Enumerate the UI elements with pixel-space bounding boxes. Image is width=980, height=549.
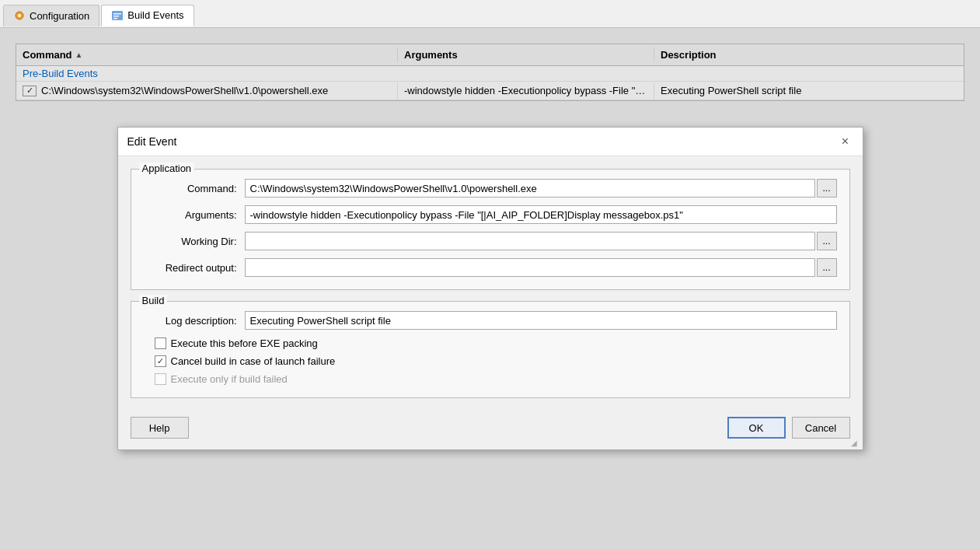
working-dir-label: Working Dir: bbox=[144, 236, 245, 247]
dialog-title: Edit Event bbox=[127, 135, 177, 148]
arguments-label: Arguments: bbox=[144, 209, 245, 221]
execute-only-build-failed-label: Execute only if build failed bbox=[171, 373, 288, 385]
execute-only-build-failed-checkbox[interactable] bbox=[155, 373, 166, 385]
tab-build-events[interactable]: Build Events bbox=[101, 5, 194, 26]
execute-before-packing-label: Execute this before EXE packing bbox=[171, 337, 318, 349]
log-description-label: Log description: bbox=[144, 315, 245, 327]
redirect-output-input[interactable] bbox=[245, 258, 815, 277]
ok-button[interactable]: OK bbox=[727, 417, 786, 439]
execute-only-build-failed-row: Execute only if build failed bbox=[155, 373, 837, 385]
redirect-output-browse-button[interactable]: ... bbox=[817, 258, 837, 277]
resize-handle[interactable]: ◢ bbox=[851, 439, 860, 448]
help-button[interactable]: Help bbox=[131, 417, 189, 439]
command-browse-button[interactable]: ... bbox=[817, 179, 837, 198]
gear-icon bbox=[13, 9, 26, 22]
log-description-input-wrap bbox=[245, 311, 837, 330]
arguments-row: Arguments: bbox=[144, 205, 837, 224]
svg-rect-5 bbox=[113, 18, 117, 19]
redirect-output-row: Redirect output: ... bbox=[144, 258, 837, 277]
svg-point-1 bbox=[18, 14, 21, 17]
working-dir-input[interactable] bbox=[245, 232, 815, 250]
footer-right-buttons: OK Cancel bbox=[727, 417, 850, 439]
cancel-button[interactable]: Cancel bbox=[792, 417, 850, 439]
tab-build-events-label: Build Events bbox=[127, 9, 183, 21]
arguments-input[interactable] bbox=[245, 205, 837, 224]
log-description-row: Log description: bbox=[144, 311, 837, 330]
application-section-label: Application bbox=[139, 163, 195, 174]
edit-event-dialog: Edit Event × Application Command: ... bbox=[117, 127, 863, 450]
build-icon bbox=[111, 9, 124, 22]
execute-before-packing-checkbox[interactable] bbox=[155, 337, 166, 349]
command-label: Command: bbox=[144, 183, 245, 194]
cancel-build-launch-failure-checkbox[interactable] bbox=[155, 355, 166, 367]
log-description-input[interactable] bbox=[245, 311, 837, 330]
build-section-label: Build bbox=[139, 295, 168, 306]
dialog-close-button[interactable]: × bbox=[838, 134, 853, 149]
build-section: Build Log description: Execute this befo… bbox=[131, 301, 850, 398]
working-dir-row: Working Dir: ... bbox=[144, 232, 837, 250]
dialog-body: Application Command: ... Arguments: bbox=[118, 156, 863, 411]
svg-rect-3 bbox=[113, 13, 121, 15]
application-section: Application Command: ... Arguments: bbox=[131, 169, 850, 290]
execute-before-packing-row: Execute this before EXE packing bbox=[155, 337, 837, 349]
arguments-input-wrap bbox=[245, 205, 837, 224]
tab-configuration[interactable]: Configuration bbox=[3, 5, 99, 26]
command-input-wrap: ... bbox=[245, 179, 837, 198]
cancel-build-launch-failure-row: Cancel build in case of launch failure bbox=[155, 355, 837, 367]
redirect-output-label: Redirect output: bbox=[144, 262, 245, 274]
dialog-footer: Help OK Cancel bbox=[118, 411, 863, 449]
svg-rect-4 bbox=[113, 16, 119, 17]
dialog-backdrop: Edit Event × Application Command: ... bbox=[0, 28, 980, 549]
working-dir-input-wrap: ... bbox=[245, 232, 837, 250]
command-row: Command: ... bbox=[144, 179, 837, 198]
dialog-titlebar: Edit Event × bbox=[118, 128, 863, 156]
tab-bar: Configuration Build Events bbox=[0, 0, 980, 28]
cancel-build-launch-failure-label: Cancel build in case of launch failure bbox=[171, 355, 336, 367]
working-dir-browse-button[interactable]: ... bbox=[817, 232, 837, 250]
main-content: Command ▲ Arguments Description Pre-Buil… bbox=[0, 28, 980, 549]
command-input[interactable] bbox=[245, 179, 815, 198]
tab-configuration-label: Configuration bbox=[30, 10, 89, 22]
redirect-output-input-wrap: ... bbox=[245, 258, 837, 277]
